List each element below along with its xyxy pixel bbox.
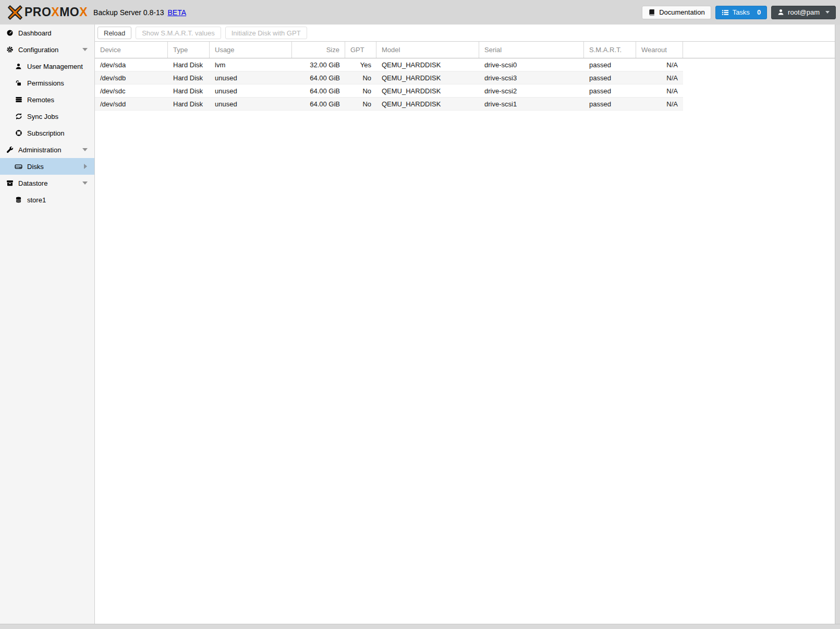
cell-usage: unused <box>210 71 292 84</box>
cell-gpt: No <box>345 71 376 84</box>
caret-down-icon[interactable] <box>82 148 88 151</box>
sidebar-item-datastore[interactable]: Datastore <box>0 175 94 191</box>
cell-type: Hard Disk <box>168 84 210 97</box>
sidebar-item-label: Configuration <box>18 46 58 54</box>
sidebar-item-remotes[interactable]: Remotes <box>0 91 94 108</box>
server-icon <box>14 96 23 103</box>
archive-icon <box>5 179 14 187</box>
cell-serial: drive-scsi0 <box>479 58 584 71</box>
chevron-right-icon <box>84 164 87 169</box>
sidebar-item-permissions[interactable]: Permissions <box>0 75 94 91</box>
column-header-wearout[interactable]: Wearout <box>636 42 683 58</box>
cell-wearout: N/A <box>636 98 683 110</box>
cell-usage: lvm <box>210 58 292 71</box>
tasks-count-badge: 0 <box>757 8 761 16</box>
cell-s-m-a-r-t: passed <box>584 58 636 71</box>
cell-gpt: Yes <box>345 58 376 71</box>
main-panel: ReloadShow S.M.A.R.T. valuesInitialize D… <box>95 25 835 624</box>
cell-s-m-a-r-t: passed <box>584 84 636 97</box>
caret-down-icon[interactable] <box>82 182 88 185</box>
vertical-scrollbar[interactable] <box>835 25 840 624</box>
column-header-usage[interactable]: Usage <box>210 42 292 58</box>
tasks-button[interactable]: Tasks 0 <box>715 6 767 19</box>
table-body: /dev/sdaHard Disklvm32.00 GiBYesQEMU_HAR… <box>95 58 835 111</box>
cell-model: QEMU_HARDDISK <box>376 84 479 97</box>
cell-gpt: No <box>345 84 376 97</box>
page-title: Backup Server 0.8-13 <box>93 8 164 17</box>
cell-size: 32.00 GiB <box>292 58 345 71</box>
show-s-m-a-r-t-values-button[interactable]: Show S.M.A.R.T. values <box>136 27 221 39</box>
sidebar-item-label: Dashboard <box>18 29 52 37</box>
cell-s-m-a-r-t: passed <box>584 98 636 110</box>
table-row-dev-sdc[interactable]: /dev/sdcHard Diskunused64.00 GiBNoQEMU_H… <box>95 84 683 98</box>
logo-letter: PRO <box>25 5 51 19</box>
chevron-down-icon <box>825 11 830 14</box>
sidebar-item-store1[interactable]: store1 <box>0 191 94 208</box>
sidebar-item-label: Permissions <box>27 79 64 87</box>
sidebar-nav: DashboardConfigurationUser ManagementPer… <box>0 25 95 624</box>
cell-type: Hard Disk <box>168 58 210 71</box>
sidebar-item-disks[interactable]: Disks <box>0 158 94 175</box>
cell-size: 64.00 GiB <box>292 98 345 110</box>
sidebar-item-label: Datastore <box>18 179 47 187</box>
documentation-button[interactable]: Documentation <box>642 6 711 19</box>
sidebar-item-subscription[interactable]: Subscription <box>0 125 94 141</box>
sidebar-item-label: Remotes <box>27 96 54 104</box>
database-icon <box>14 196 23 203</box>
cell-device: /dev/sdb <box>95 71 168 84</box>
hard-disk-icon <box>14 163 23 171</box>
column-header-device[interactable]: Device <box>95 42 168 58</box>
user-label: root@pam <box>788 8 820 16</box>
proxmox-x-logo-icon <box>7 5 23 20</box>
wrench-icon <box>5 146 14 153</box>
table-row-dev-sdb[interactable]: /dev/sdbHard Diskunused64.00 GiBNoQEMU_H… <box>95 71 683 84</box>
column-header-type[interactable]: Type <box>168 42 210 58</box>
life-ring-icon <box>14 129 23 137</box>
sidebar-item-label: Administration <box>18 146 61 154</box>
column-header-s-m-a-r-t[interactable]: S.M.A.R.T. <box>584 42 636 58</box>
user-menu-button[interactable]: root@pam <box>771 6 836 19</box>
column-header-gpt[interactable]: GPT <box>345 42 376 58</box>
horizontal-scrollbar[interactable] <box>0 624 840 629</box>
cell-gpt: No <box>345 98 376 110</box>
task-list-icon <box>722 9 729 16</box>
proxmox-logo: PROXMOX <box>7 5 88 20</box>
sidebar-item-configuration[interactable]: Configuration <box>0 41 94 58</box>
column-header-size[interactable]: Size <box>292 42 345 58</box>
cell-model: QEMU_HARDDISK <box>376 71 479 84</box>
table-row-dev-sda[interactable]: /dev/sdaHard Disklvm32.00 GiBYesQEMU_HAR… <box>95 58 683 71</box>
sidebar-item-label: store1 <box>27 196 46 204</box>
sidebar-item-user-management[interactable]: User Management <box>0 58 94 75</box>
column-header-filler <box>683 42 835 58</box>
user-icon <box>777 9 784 16</box>
cell-serial: drive-scsi3 <box>479 71 584 84</box>
sidebar-item-administration[interactable]: Administration <box>0 141 94 158</box>
cell-wearout: N/A <box>636 58 683 71</box>
column-header-model[interactable]: Model <box>376 42 479 58</box>
reload-button[interactable]: Reload <box>98 27 131 39</box>
sidebar-item-label: Disks <box>27 163 44 171</box>
initialize-disk-with-gpt-button[interactable]: Initialize Disk with GPT <box>225 27 307 39</box>
table-row-dev-sdd[interactable]: /dev/sddHard Diskunused64.00 GiBNoQEMU_H… <box>95 98 683 111</box>
caret-down-icon[interactable] <box>82 48 88 51</box>
cell-size: 64.00 GiB <box>292 84 345 97</box>
tasks-label: Tasks <box>733 8 750 16</box>
column-header-serial[interactable]: Serial <box>479 42 584 58</box>
beta-link[interactable]: BETA <box>168 8 187 17</box>
app-header: PROXMOX Backup Server 0.8-13 BETA Docume… <box>0 0 840 25</box>
cell-serial: drive-scsi2 <box>479 84 584 97</box>
logo-wordmark: PROXMOX <box>25 5 88 19</box>
dashboard-icon <box>5 29 14 37</box>
sync-icon <box>14 113 23 120</box>
cell-device: /dev/sda <box>95 58 168 71</box>
unlock-icon <box>14 80 23 87</box>
logo-letter: X <box>79 5 88 19</box>
logo-letter: MO <box>59 5 79 19</box>
sidebar-item-label: Sync Jobs <box>27 113 58 120</box>
cell-type: Hard Disk <box>168 71 210 84</box>
cell-wearout: N/A <box>636 71 683 84</box>
sidebar-item-sync-jobs[interactable]: Sync Jobs <box>0 108 94 125</box>
cell-size: 64.00 GiB <box>292 71 345 84</box>
sidebar-item-dashboard[interactable]: Dashboard <box>0 25 94 41</box>
cell-type: Hard Disk <box>168 98 210 110</box>
